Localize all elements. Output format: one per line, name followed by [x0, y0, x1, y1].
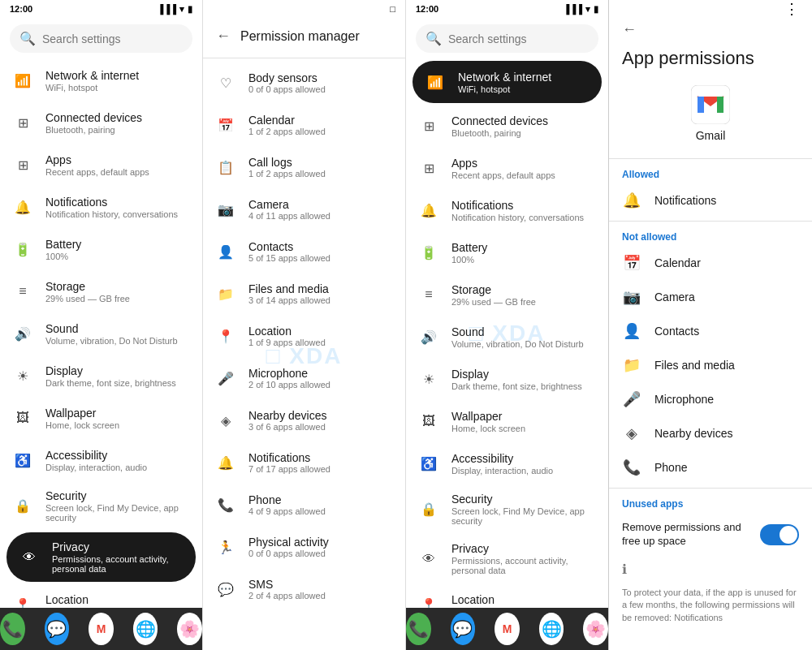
settings-item-connected[interactable]: ⊞ Connected devices Bluetooth, pairing: [0, 101, 202, 144]
settings-item-sound-right[interactable]: 🔊 Sound Volume, vibration, Do Not Distur…: [406, 316, 608, 358]
perm-item-phone[interactable]: 📞 Phone: [609, 450, 812, 484]
phone-pm-sub: 4 of 9 apps allowed: [248, 506, 392, 516]
pm-item-physical-activity[interactable]: 🏃 Physical activity 0 of 0 apps allowed: [203, 526, 405, 568]
search-bar-left[interactable]: 🔍: [10, 24, 192, 53]
remove-perm-toggle[interactable]: [760, 524, 799, 545]
nav-photos-left[interactable]: 🌸: [177, 613, 202, 645]
call-logs-sub: 1 of 2 apps allowed: [248, 169, 392, 179]
display-icon: ☀: [13, 366, 32, 385]
nav-gmail-left[interactable]: M: [89, 613, 114, 645]
pm-item-calendar[interactable]: 📅 Calendar 1 of 2 apps allowed: [203, 104, 405, 146]
perm-phone-icon: 📞: [622, 458, 641, 476]
settings-item-network[interactable]: 📶 Network & internet WiFi, hotspot: [0, 59, 202, 101]
privacy-title: Privacy: [52, 540, 183, 553]
storage-subtitle: 29% used — GB free: [45, 294, 130, 303]
nav-chrome-right[interactable]: 🌐: [539, 613, 564, 645]
pm-item-nearby[interactable]: ◈ Nearby devices 3 of 6 apps allowed: [203, 399, 405, 441]
settings-item-accessibility-right[interactable]: ♿ Accessibility Display, interaction, au…: [406, 442, 608, 484]
settings-item-sound[interactable]: 🔊 Sound Volume, vibration, Do Not Distur…: [0, 312, 202, 355]
pm-item-microphone[interactable]: 🎤 Microphone 2 of 10 apps allowed: [203, 357, 405, 399]
battery-subtitle-r: 100%: [451, 255, 487, 265]
contacts-title: Contacts: [248, 240, 392, 253]
sound-icon: 🔊: [13, 324, 32, 343]
nav-photos-right[interactable]: 🌸: [583, 613, 608, 645]
wifi-status-icon: ▾: [179, 4, 184, 15]
settings-item-wallpaper-right[interactable]: 🖼 Wallpaper Home, lock screen: [406, 400, 608, 442]
perm-item-contacts[interactable]: 👤 Contacts: [609, 314, 812, 348]
battery-status-icon: ▮: [188, 4, 192, 15]
activity-pm-icon: 🏃: [216, 537, 235, 557]
nav-gmail-right[interactable]: M: [495, 613, 520, 645]
svg-rect-2: [717, 97, 723, 113]
settings-item-notifications-right[interactable]: 🔔 Notifications Notification history, co…: [406, 189, 608, 231]
pm-item-phone[interactable]: 📞 Phone 4 of 9 apps allowed: [203, 484, 405, 526]
settings-item-display-right[interactable]: ☀ Display Dark theme, font size, brightn…: [406, 358, 608, 400]
settings-item-location-right[interactable]: 📍 Location On · 1 app has access to loca…: [406, 583, 608, 608]
settings-item-location[interactable]: 📍 Location On · 1 app has access to loca…: [0, 583, 202, 608]
notifications-pm-icon: 🔔: [216, 453, 235, 472]
search-icon-right: 🔍: [425, 31, 442, 46]
perm-item-microphone[interactable]: 🎤 Microphone: [609, 382, 812, 416]
pm-item-contacts[interactable]: 👤 Contacts 5 of 15 apps allowed: [203, 230, 405, 273]
storage-title: Storage: [45, 280, 130, 293]
perm-item-files[interactable]: 📁 Files and media: [609, 348, 812, 382]
search-input-left[interactable]: [42, 32, 183, 45]
connected-title: Connected devices: [45, 111, 142, 124]
pm-item-location[interactable]: 📍 Location 1 of 9 apps allowed: [203, 315, 405, 357]
settings-item-security-right[interactable]: 🔒 Security Screen lock, Find My Device, …: [406, 484, 608, 534]
remove-permissions-row[interactable]: Remove permissions and free up space: [609, 513, 812, 557]
pm-item-sms[interactable]: 💬 SMS 2 of 4 apps allowed: [203, 568, 405, 610]
settings-item-apps-right[interactable]: ⊞ Apps Recent apps, default apps: [406, 147, 608, 189]
notifications-title-r: Notifications: [451, 199, 584, 212]
nav-messages-left[interactable]: 💬: [45, 613, 70, 645]
perm-item-calendar[interactable]: 📅 Calendar: [609, 246, 812, 280]
settings-item-accessibility[interactable]: ♿ Accessibility Display, interaction, au…: [0, 439, 202, 481]
nav-phone-right[interactable]: 📞: [406, 613, 431, 645]
perm-item-notifications[interactable]: 🔔 Notifications: [609, 183, 812, 217]
settings-item-privacy-right[interactable]: 👁 Privacy Permissions, account activity,…: [406, 534, 608, 583]
location-text-r: Location On · 1 app has access to locati…: [451, 593, 584, 609]
settings-item-security[interactable]: 🔒 Security Screen lock, Find My Device, …: [0, 481, 202, 531]
files-pm-icon: 📁: [216, 284, 235, 303]
settings-item-storage[interactable]: ≡ Storage 29% used — GB free: [0, 270, 202, 312]
pm-item-call-logs[interactable]: 📋 Call logs 1 of 2 apps allowed: [203, 146, 405, 188]
back-button-pm[interactable]: ←: [216, 28, 231, 45]
notifications-item-text: Notifications Notification history, conv…: [45, 196, 178, 219]
call-logs-icon: 📋: [216, 157, 235, 177]
accessibility-title-r: Accessibility: [451, 452, 553, 465]
notifications-pm-text: Notifications 7 of 17 apps allowed: [248, 451, 392, 474]
settings-list-left: 📶 Network & internet WiFi, hotspot ⊞ Con…: [0, 59, 202, 608]
nav-messages-right[interactable]: 💬: [451, 613, 476, 645]
nav-chrome-left[interactable]: 🌐: [133, 613, 158, 645]
display-text-r: Display Dark theme, font size, brightnes…: [451, 368, 582, 391]
more-options-icon[interactable]: ⋮: [784, 0, 799, 18]
settings-item-apps[interactable]: ⊞ Apps Recent apps, default apps: [0, 144, 202, 186]
display-icon-r: ☀: [419, 369, 438, 389]
nav-phone-left[interactable]: 📞: [0, 613, 25, 645]
network-subtitle: WiFi, hotspot: [45, 83, 139, 93]
settings-item-notifications[interactable]: 🔔 Notifications Notification history, co…: [0, 186, 202, 228]
notifications-pm-title: Notifications: [248, 451, 392, 464]
back-button-perms[interactable]: ←: [622, 21, 637, 38]
storage-icon: ≡: [13, 282, 32, 301]
connected-item-text: Connected devices Bluetooth, pairing: [45, 111, 142, 135]
search-input-right[interactable]: [448, 32, 589, 45]
pm-item-notifications[interactable]: 🔔 Notifications 7 of 17 apps allowed: [203, 441, 405, 484]
settings-item-battery[interactable]: 🔋 Battery 100%: [0, 228, 202, 270]
search-bar-right[interactable]: 🔍: [416, 24, 598, 53]
perm-item-nearby[interactable]: ◈ Nearby devices: [609, 416, 812, 450]
perm-item-camera[interactable]: 📷 Camera: [609, 280, 812, 314]
settings-item-privacy[interactable]: 👁 Privacy Permissions, account activity,…: [6, 532, 196, 582]
settings-item-connected-right[interactable]: ⊞ Connected devices Bluetooth, pairing: [406, 105, 608, 147]
notifications-text-r: Notifications Notification history, conv…: [451, 199, 584, 222]
settings-item-storage-right[interactable]: ≡ Storage 29% used — GB free: [406, 273, 608, 316]
pm-item-files[interactable]: 📁 Files and media 3 of 14 apps allowed: [203, 273, 405, 315]
camera-title: Camera: [248, 198, 392, 211]
pm-item-camera[interactable]: 📷 Camera 4 of 11 apps allowed: [203, 188, 405, 230]
settings-item-battery-right[interactable]: 🔋 Battery 100%: [406, 231, 608, 273]
settings-item-display[interactable]: ☀ Display Dark theme, font size, brightn…: [0, 355, 202, 397]
pm-item-body-sensors[interactable]: ♡ Body sensors 0 of 0 apps allowed: [203, 62, 405, 104]
settings-item-network-right[interactable]: 📶 Network & internet WiFi, hotspot: [412, 61, 602, 103]
settings-item-wallpaper[interactable]: 🖼 Wallpaper Home, lock screen: [0, 397, 202, 439]
contacts-text: Contacts 5 of 15 apps allowed: [248, 240, 392, 263]
